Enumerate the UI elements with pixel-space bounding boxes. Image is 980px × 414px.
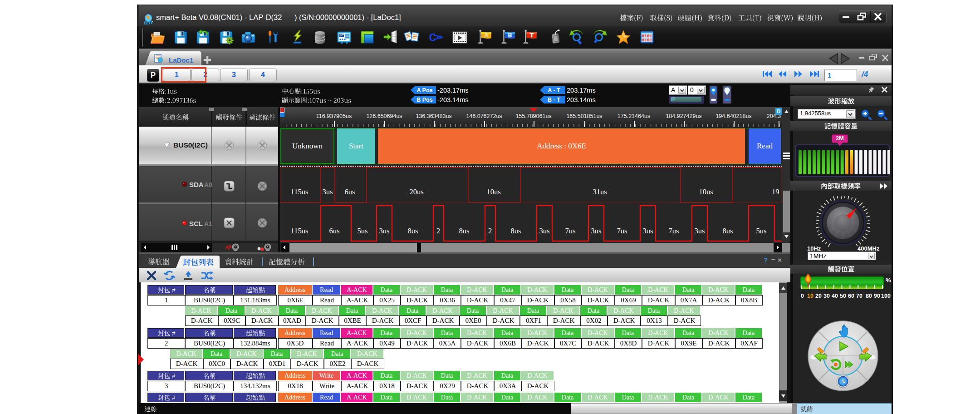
svg-text:B Pos: B Pos <box>416 97 432 103</box>
svg-text:B - T: B - T <box>548 97 560 103</box>
svg-text:A Pos: A Pos <box>417 87 433 94</box>
svg-text:A - T: A - T <box>548 87 560 94</box>
svg-text:A: A <box>484 32 489 39</box>
svg-text:T: T <box>530 32 534 39</box>
svg-text:B: B <box>508 32 512 39</box>
svg-text:0101: 0101 <box>642 38 652 43</box>
